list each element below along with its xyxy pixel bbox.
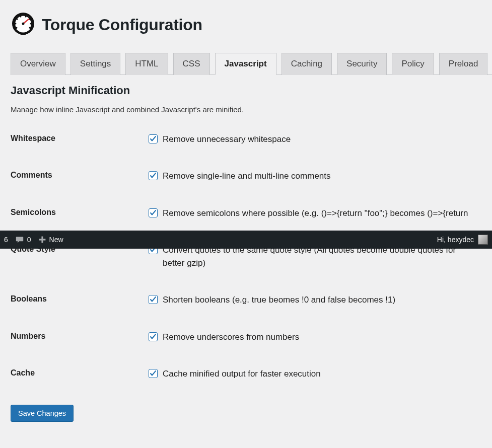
svg-point-11 [22,23,25,25]
option-name: Numbers [11,331,149,341]
option-label[interactable]: Remove unnecessary whitespace [163,133,291,146]
tab-overview[interactable]: Overview [11,53,65,75]
option-name: Cache [11,367,149,378]
section-title: Javascript Minification [11,84,492,97]
option-row: SemicolonsRemove semicolons where possib… [11,207,492,220]
gauge-icon [11,11,36,38]
new-content-link[interactable]: New [38,236,63,244]
tab-javascript[interactable]: Javascript [215,53,276,75]
updates-count[interactable]: 6 [4,236,8,244]
checkbox[interactable] [149,369,158,378]
tab-css[interactable]: CSS [173,53,210,75]
checkbox[interactable] [149,134,158,143]
tab-security[interactable]: Security [337,53,387,75]
section-description: Manage how inline Javascript and combine… [11,105,492,114]
option-row: BooleansShorten booleans (e.g. true beom… [11,293,492,307]
avatar[interactable] [478,235,488,245]
tab-caching[interactable]: Caching [282,53,332,75]
option-name: Comments [11,170,149,180]
checkbox[interactable] [149,295,158,304]
option-name: Whitespace [11,133,149,143]
option-field: Cache minified output for faster executi… [149,367,321,381]
tab-policy[interactable]: Policy [392,53,434,75]
svg-point-3 [15,23,17,25]
page-title: Torque Configuration [42,16,202,34]
option-label[interactable]: Remove single-line and multi-line commen… [163,170,331,183]
option-row: NumbersRemove underscores from numbers [11,331,492,344]
page-header: Torque Configuration [11,11,492,38]
admin-bar: 6 0 New Hi, hexydec [0,231,492,249]
option-field: Shorten booleans (e.g. true beomes !0 an… [149,293,395,307]
svg-point-8 [30,23,32,25]
svg-point-4 [17,19,18,20]
option-label[interactable]: Remove underscores from numbers [163,331,299,344]
svg-point-6 [25,16,27,18]
option-label[interactable]: Remove semicolons where possible (e.g. (… [163,207,468,220]
user-greeting[interactable]: Hi, hexydec [437,236,474,244]
checkbox[interactable] [149,208,158,217]
tab-preload[interactable]: Preload [439,53,488,75]
option-field: Remove unnecessary whitespace [149,133,291,146]
option-name: Semicolons [11,207,149,217]
option-field: Remove semicolons where possible (e.g. (… [149,207,468,220]
tab-bar: OverviewSettingsHTMLCSSJavascriptCaching… [11,52,492,75]
option-label[interactable]: Cache minified output for faster executi… [163,367,321,381]
option-row: CacheCache minified output for faster ex… [11,367,492,381]
checkbox[interactable] [149,171,158,180]
options-form: WhitespaceRemove unnecessary whitespaceC… [11,133,492,381]
svg-point-2 [16,27,18,29]
svg-point-9 [29,27,31,29]
option-label[interactable]: Shorten booleans (e.g. true beomes !0 an… [163,293,395,307]
tab-html[interactable]: HTML [125,53,168,75]
svg-rect-13 [39,239,45,240]
option-name: Booleans [11,293,149,304]
checkbox[interactable] [149,332,158,341]
comment-icon [15,236,24,244]
svg-point-5 [20,16,22,18]
save-button[interactable]: Save Changes [11,405,74,422]
option-field: Remove underscores from numbers [149,331,299,344]
tab-settings[interactable]: Settings [71,53,120,75]
option-field: Remove single-line and multi-line commen… [149,170,331,183]
comments-link[interactable]: 0 [15,236,31,244]
option-row: WhitespaceRemove unnecessary whitespace [11,133,492,146]
plus-icon [38,236,46,244]
option-row: CommentsRemove single-line and multi-lin… [11,170,492,183]
